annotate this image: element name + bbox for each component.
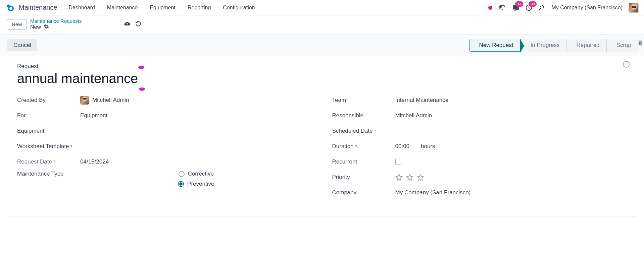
save-indicator: [124, 20, 141, 28]
label-created-by: Created By: [17, 97, 80, 104]
label-team: Team: [332, 97, 395, 104]
label-request-date: Request Date ?: [17, 158, 80, 165]
label-equipment: Equipment: [17, 128, 80, 134]
label-for: For: [17, 112, 80, 119]
action-bar: New Maintenance Requests New: [0, 15, 644, 32]
collaborator-cursor-icon: [139, 87, 145, 91]
request-label: Request: [17, 63, 627, 70]
cancel-button[interactable]: Cancel: [7, 39, 37, 51]
company-selector[interactable]: My Company (San Francisco): [551, 5, 623, 11]
new-button[interactable]: New: [7, 19, 27, 29]
messages-icon[interactable]: 13: [512, 4, 519, 11]
status-bar: New Request In Progress Repaired Scrap: [469, 39, 639, 52]
title-wrap: [17, 71, 252, 86]
label-recurrent: Recurrent: [332, 158, 395, 165]
activities-badge: 39: [529, 1, 537, 7]
row-duration: Duration ? 00:00 hours: [332, 140, 627, 153]
navbar-right: 13 39 My Company (San Francisco): [488, 3, 639, 13]
help-icon[interactable]: ?: [70, 144, 72, 148]
row-scheduled-date: Scheduled Date ?: [332, 124, 627, 138]
row-responsible: Responsible Mitchell Admin: [332, 109, 627, 122]
help-icon[interactable]: ?: [53, 160, 55, 164]
label-duration: Duration ?: [332, 143, 395, 150]
nav-configuration[interactable]: Configuration: [219, 3, 259, 13]
svg-rect-3: [501, 9, 502, 9]
gear-icon[interactable]: [44, 24, 49, 30]
svg-rect-4: [502, 9, 503, 9]
label-company: Company: [332, 189, 395, 196]
breadcrumb-current: New: [30, 24, 41, 30]
row-worksheet-template: Worksheet Template ?: [17, 140, 312, 153]
app-logo-icon[interactable]: [5, 3, 15, 12]
label-priority: Priority: [332, 174, 395, 181]
star-icon[interactable]: [406, 174, 413, 181]
help-icon[interactable]: ?: [374, 129, 376, 133]
nav-dashboard[interactable]: Dashboard: [65, 3, 99, 13]
recurrent-checkbox[interactable]: [395, 159, 401, 165]
svg-rect-2: [500, 9, 500, 9]
radio-corrective[interactable]: Corrective: [179, 171, 214, 177]
priority-stars: [395, 174, 627, 181]
discard-icon[interactable]: [135, 21, 141, 28]
kanban-state-icon[interactable]: [623, 61, 630, 68]
radio-preventive[interactable]: Preventive: [178, 181, 214, 187]
activities-icon[interactable]: 39: [525, 4, 533, 11]
value-for[interactable]: Equipment: [80, 112, 312, 119]
recording-indicator-icon[interactable]: [488, 6, 492, 10]
top-navbar: Maintenance Dashboard Maintenance Equipm…: [0, 0, 644, 15]
request-title-input[interactable]: [17, 71, 252, 86]
svg-point-6: [138, 66, 144, 69]
radio-circle-icon: [178, 181, 184, 187]
row-equipment: Equipment: [17, 124, 312, 138]
label-scheduled-date: Scheduled Date ?: [332, 128, 395, 134]
star-icon[interactable]: [395, 174, 403, 181]
cloud-save-icon[interactable]: [124, 20, 131, 28]
form-sheet: Request Created By Mitchell Admin For Eq…: [7, 56, 637, 216]
app-name[interactable]: Maintenance: [19, 4, 57, 11]
value-duration[interactable]: 00:00 hours: [395, 143, 627, 150]
value-created-by[interactable]: Mitchell Admin: [80, 96, 312, 105]
row-team: Team Internal Maintenance: [332, 93, 627, 107]
call-icon[interactable]: [498, 4, 506, 11]
value-recurrent: [395, 159, 627, 165]
radio-circle-icon: [179, 171, 185, 177]
nav-maintenance[interactable]: Maintenance: [103, 3, 142, 13]
breadcrumb-parent[interactable]: Maintenance Requests: [30, 18, 82, 24]
row-company: Company My Company (San Francisco): [332, 186, 627, 199]
value-request-date[interactable]: 04/15/2024: [80, 158, 312, 165]
value-company[interactable]: My Company (San Francisco): [395, 189, 627, 196]
breadcrumb-current-row: New: [30, 24, 82, 30]
help-icon[interactable]: ?: [355, 144, 357, 148]
status-scrap[interactable]: Scrap: [607, 39, 639, 52]
svg-point-1: [7, 4, 10, 7]
form-columns: Created By Mitchell Admin For Equipment …: [17, 93, 627, 201]
breadcrumb: Maintenance Requests New: [30, 18, 82, 30]
user-avatar[interactable]: [629, 3, 639, 13]
value-responsible[interactable]: Mitchell Admin: [395, 112, 627, 119]
nav-equipment[interactable]: Equipment: [146, 3, 180, 13]
nav-reporting[interactable]: Reporting: [184, 3, 215, 13]
tools-icon[interactable]: [539, 4, 545, 11]
label-responsible: Responsible: [332, 112, 395, 119]
row-maintenance-type: Maintenance Type Corrective Preventive: [17, 171, 312, 187]
collaborator-cursor-icon: [138, 65, 144, 69]
right-column: Team Internal Maintenance Responsible Mi…: [332, 93, 627, 201]
row-priority: Priority: [332, 171, 627, 184]
messages-badge: 13: [515, 1, 523, 7]
row-request-date: Request Date ? 04/15/2024: [17, 155, 312, 169]
status-new-request[interactable]: New Request: [469, 39, 521, 52]
created-by-avatar-icon: [80, 96, 89, 105]
row-for: For Equipment: [17, 109, 312, 122]
star-icon[interactable]: [417, 174, 424, 181]
value-team[interactable]: Internal Maintenance: [395, 97, 627, 104]
maintenance-type-radio-group: Corrective Preventive: [80, 171, 312, 187]
navbar-left: Maintenance Dashboard Maintenance Equipm…: [5, 3, 259, 13]
status-row: Cancel New Request In Progress Repaired …: [0, 35, 644, 56]
label-maintenance-type: Maintenance Type: [17, 171, 80, 177]
left-column: Created By Mitchell Admin For Equipment …: [17, 93, 312, 201]
row-recurrent: Recurrent: [332, 155, 627, 169]
row-created-by: Created By Mitchell Admin: [17, 93, 312, 107]
status-repaired[interactable]: Repaired: [567, 39, 607, 52]
label-worksheet-template: Worksheet Template ?: [17, 143, 80, 150]
status-in-progress[interactable]: In Progress: [521, 39, 567, 52]
